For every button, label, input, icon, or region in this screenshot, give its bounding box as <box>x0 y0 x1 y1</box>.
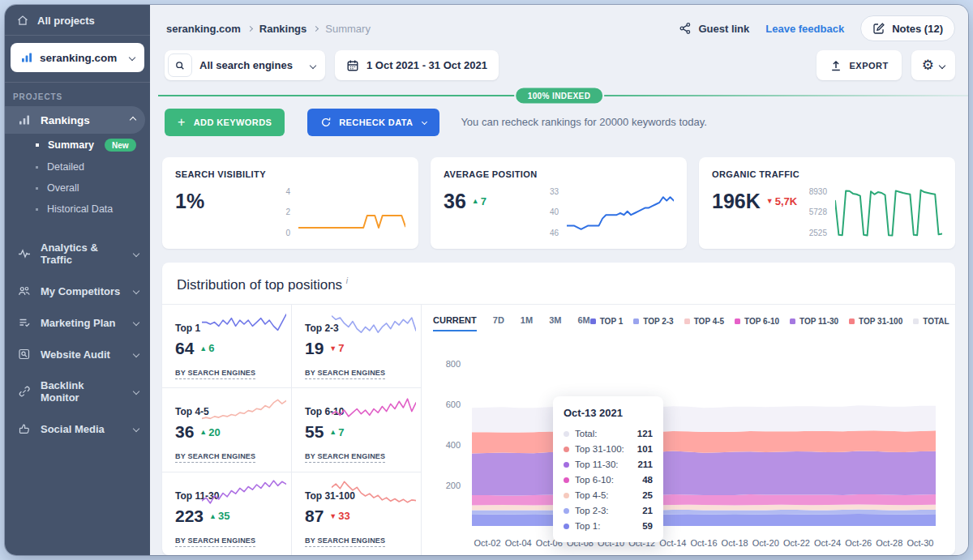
distribution-title: Distribution of top positions i <box>162 263 955 305</box>
tooltip-row: Top 31-100:101 <box>564 442 653 457</box>
bar-chart-icon <box>20 51 33 64</box>
info-icon[interactable]: i <box>346 276 348 285</box>
chevron-right-icon <box>247 25 253 31</box>
legend-top-1[interactable]: TOP 1 <box>590 317 624 326</box>
notes-button[interactable]: Notes (12) <box>860 15 955 41</box>
legend-swatch <box>849 318 855 324</box>
tab-7d[interactable]: 7D <box>493 315 504 331</box>
legend-total[interactable]: TOTAL <box>913 317 949 326</box>
mini-stat-top-6-10[interactable]: Top 6-10 55 ▲7 BY SEARCH ENGINES <box>291 388 421 472</box>
by-search-engines-toggle[interactable]: BY SEARCH ENGINES <box>175 369 255 379</box>
tab-6m[interactable]: 6M <box>577 315 589 331</box>
competitors-label: My Competitors <box>41 285 120 297</box>
stat-title: SEARCH VISIBILITY <box>175 169 405 179</box>
mini-stat-top-4-5[interactable]: Top 4-5 36 ▲20 BY SEARCH ENGINES <box>162 388 291 472</box>
top1-sparkline <box>202 310 286 338</box>
chevron-up-icon <box>130 117 136 123</box>
top6-10-sparkline <box>332 394 416 421</box>
search-engines-select[interactable]: All search engines <box>165 50 325 80</box>
website-audit-icon <box>18 348 31 361</box>
legend-top-4-5[interactable]: TOP 4-5 <box>684 317 724 326</box>
period-tabs: CURRENT 7D 1M 3M 6M <box>433 315 590 331</box>
breadcrumb-rankings[interactable]: Rankings <box>259 23 307 35</box>
stats-row: SEARCH VISIBILITY 1% 420 AVERAGE POSITIO… <box>150 136 968 249</box>
legend-top-31-100[interactable]: TOP 31-100 <box>849 317 902 326</box>
legend-swatch <box>633 318 639 324</box>
by-search-engines-toggle[interactable]: BY SEARCH ENGINES <box>175 452 255 463</box>
sidebar-item-backlink-monitor[interactable]: Backlink Monitor <box>5 371 150 412</box>
tab-3m[interactable]: 3M <box>549 315 561 331</box>
search-engines-value: All search engines <box>199 59 293 71</box>
top-2-3-dot-icon <box>564 508 569 514</box>
sidebar-item-analytics-traffic[interactable]: Analytics & Traffic <box>5 233 150 274</box>
by-search-engines-toggle[interactable]: BY SEARCH ENGINES <box>305 369 385 379</box>
breadcrumb-project[interactable]: seranking.com <box>166 23 241 35</box>
gear-icon: ⚙ <box>922 58 934 72</box>
top31-100-sparkline <box>332 478 416 506</box>
distribution-card: Distribution of top positions i Top 1 64… <box>162 263 955 555</box>
sidebar-item-website-audit[interactable]: Website Audit <box>5 340 150 369</box>
sidebar-item-social-media[interactable]: Social Media <box>5 414 150 443</box>
project-selector[interactable]: seranking.com <box>11 43 144 72</box>
legend-top-6-10[interactable]: TOP 6-10 <box>735 317 779 326</box>
sidebar-item-marketing-plan[interactable]: Marketing Plan <box>5 308 150 337</box>
sidebar-item-detailed[interactable]: Detailed <box>5 156 150 177</box>
sidebar: All projects seranking.com PROJECTS Rank… <box>5 5 150 555</box>
organic-traffic-card[interactable]: ORGANIC TRAFFIC 196K ▼5,7K 893057282525 <box>699 157 955 249</box>
tooltip-row: Top 11-30:211 <box>564 457 653 472</box>
x-axis: Oct-02Oct-04Oct-06Oct-08Oct-10Oct-12Oct-… <box>472 533 936 546</box>
sidebar-item-my-competitors[interactable]: My Competitors <box>5 276 150 306</box>
top4-5-sparkline <box>202 394 286 421</box>
leave-feedback-link[interactable]: Leave feedback <box>765 23 844 35</box>
top-actions: Guest link Leave feedback Notes (12) <box>679 15 955 41</box>
mini-stats-grid: Top 1 64 ▲6 BY SEARCH ENGINES Top 2-3 19… <box>162 305 422 555</box>
recheck-note: You can recheck rankings for 20000 keywo… <box>461 116 707 128</box>
chevron-down-icon <box>133 351 139 357</box>
stat-value: 36 ▲7 <box>444 190 523 213</box>
notes-label: Notes (12) <box>892 23 943 35</box>
guest-link-label: Guest link <box>698 23 749 35</box>
tab-current[interactable]: CURRENT <box>433 315 477 331</box>
add-keywords-label: ADD KEYWORDS <box>194 118 272 127</box>
recheck-data-button[interactable]: RECHECK DATA <box>307 109 439 136</box>
chevron-down-icon <box>939 62 945 68</box>
mini-stat-top-31-100[interactable]: Top 31-100 87 ▼33 BY SEARCH ENGINES <box>291 472 421 555</box>
by-search-engines-toggle[interactable]: BY SEARCH ENGINES <box>305 452 385 463</box>
tooltip-row: Top 4-5:25 <box>564 488 653 503</box>
marketing-plan-label: Marketing Plan <box>41 317 115 329</box>
date-range-picker[interactable]: 1 Oct 2021 - 31 Oct 2021 <box>335 50 499 80</box>
bullet-icon <box>36 208 38 211</box>
export-button[interactable]: EXPORT <box>817 50 902 80</box>
average-position-card[interactable]: AVERAGE POSITION 36 ▲7 334046 <box>431 157 687 249</box>
tab-1m[interactable]: 1M <box>521 315 533 331</box>
project-name: seranking.com <box>40 52 117 64</box>
sidebar-item-historical-data[interactable]: Historical Data <box>5 199 150 220</box>
settings-button[interactable]: ⚙ <box>911 50 955 80</box>
position-sparkline <box>567 186 674 240</box>
sidebar-item-overall[interactable]: Overall <box>5 177 150 199</box>
stat-title: AVERAGE POSITION <box>444 169 674 179</box>
legend-top-2-3[interactable]: TOP 2-3 <box>633 317 673 326</box>
up-arrow-icon: ▲ <box>209 512 216 520</box>
export-label: EXPORT <box>850 61 889 71</box>
total-dot-icon <box>564 431 569 437</box>
tooltip-row: Top 1:59 <box>564 519 653 534</box>
sidebar-item-rankings[interactable]: Rankings <box>5 106 145 134</box>
sidebar-item-summary[interactable]: Summary New <box>5 134 150 156</box>
mini-stat-top-1[interactable]: Top 1 64 ▲6 BY SEARCH ENGINES <box>162 305 291 388</box>
mini-stat-top-11-30[interactable]: Top 11-30 223 ▲35 BY SEARCH ENGINES <box>162 472 291 555</box>
by-search-engines-toggle[interactable]: BY SEARCH ENGINES <box>305 536 385 547</box>
mini-stat-top-2-3[interactable]: Top 2-3 19 ▼7 BY SEARCH ENGINES <box>291 305 421 388</box>
search-icon[interactable] <box>168 53 192 77</box>
sidebar-item-all-projects[interactable]: All projects <box>5 5 150 36</box>
toolbar: All search engines 1 Oct 2021 - 31 Oct 2… <box>150 46 968 80</box>
guest-link-button[interactable]: Guest link <box>679 22 749 35</box>
chevron-down-icon <box>129 54 135 61</box>
by-search-engines-toggle[interactable]: BY SEARCH ENGINES <box>175 536 255 547</box>
add-keywords-button[interactable]: + ADD KEYWORDS <box>165 109 285 136</box>
search-visibility-card[interactable]: SEARCH VISIBILITY 1% 420 <box>162 157 418 249</box>
stacked-area-plot[interactable] <box>472 364 936 526</box>
up-arrow-icon: ▲ <box>199 344 207 353</box>
legend-top-11-30[interactable]: TOP 11-30 <box>790 317 838 326</box>
top2-3-sparkline <box>332 310 416 338</box>
